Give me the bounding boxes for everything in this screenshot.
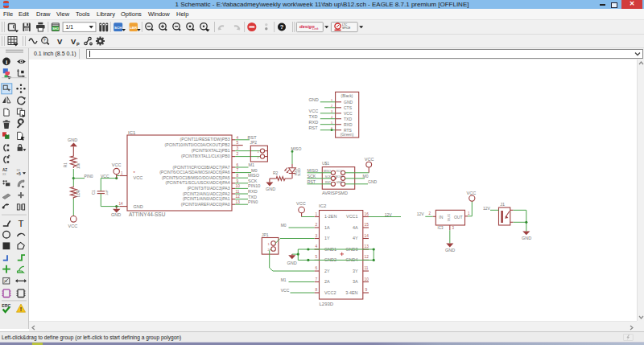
svg-text:VCC: VCC (101, 174, 109, 179)
svg-text:C1: C1 (92, 190, 96, 195)
svg-text:GND: GND (445, 248, 455, 253)
svg-text:RST: RST (325, 181, 332, 184)
svg-text:1Y: 1Y (324, 236, 330, 240)
svg-text:3: 3 (452, 226, 455, 230)
svg-text:CTS: CTS (344, 105, 353, 110)
svg-text:1-2EN: 1-2EN (324, 214, 336, 219)
svg-text:MISO: MISO (248, 173, 260, 178)
svg-text:LDR: LDR (76, 189, 80, 197)
svg-text:L293D: L293D (320, 302, 334, 306)
svg-text:10: 10 (236, 184, 241, 188)
svg-text:1: 1 (121, 171, 123, 175)
svg-text:5: 5 (237, 141, 239, 145)
svg-text:GND: GND (309, 97, 319, 102)
svg-text:1: 1 (468, 212, 470, 216)
svg-text:(PCINT1/AIN0/ADC1)PA1: (PCINT1/AIN0/ADC1)PA1 (183, 196, 230, 201)
svg-text:4: 4 (331, 116, 332, 119)
svg-text:IC2: IC2 (319, 203, 327, 208)
svg-text:VCC: VCC (365, 157, 374, 162)
svg-text:RST: RST (309, 125, 319, 130)
svg-text:7: 7 (316, 277, 318, 281)
svg-text:(PCINT2/AIN1/ADC2)PA2: (PCINT2/AIN1/ADC2)PA2 (183, 191, 230, 196)
svg-text:SCK: SCK (308, 174, 316, 179)
svg-text:2Y: 2Y (324, 269, 330, 273)
svg-text:3Y: 3Y (353, 269, 358, 273)
svg-text:14: 14 (119, 202, 124, 206)
svg-text:IC3: IC3 (438, 226, 444, 230)
svg-text:(PCINT10/INT0/OC0A/CKOUT)PB2: (PCINT10/INT0/OC0A/CKOUT)PB2 (165, 142, 230, 147)
svg-text:1A: 1A (324, 225, 330, 230)
svg-text:5LED: 5LED (297, 168, 301, 176)
svg-text:16: 16 (365, 212, 369, 216)
svg-text:1uF: 1uF (105, 190, 109, 195)
svg-text:GND: GND (134, 204, 143, 209)
svg-text:U$1: U$1 (322, 161, 329, 166)
svg-text:IC1: IC1 (128, 130, 136, 135)
svg-text:TXD: TXD (309, 114, 318, 119)
svg-text:TXD: TXD (344, 117, 352, 121)
svg-text:4Y: 4Y (353, 236, 358, 240)
svg-text:JP2: JP2 (250, 140, 258, 145)
svg-text:11: 11 (365, 266, 369, 270)
svg-text:(Green): (Green) (341, 133, 354, 137)
svg-text:3: 3 (237, 146, 239, 150)
svg-text:M1: M1 (281, 277, 287, 282)
svg-text:78L05: 78L05 (448, 214, 451, 222)
svg-text:9: 9 (237, 179, 239, 183)
svg-text:10k: 10k (76, 162, 80, 169)
svg-text:1: 1 (316, 212, 318, 216)
svg-text:(PCINT7/ICP/OC0B/ADC7)PA7: (PCINT7/ICP/OC0B/ADC7)PA7 (173, 165, 230, 170)
svg-text:M0: M0 (281, 223, 287, 228)
svg-text:RXD: RXD (344, 122, 353, 127)
svg-text:GND: GND (287, 261, 297, 265)
svg-text:(PCINT5/OC1B/MISO/DO/ADC5)PA5: (PCINT5/OC1B/MISO/DO/ADC5)PA5 (162, 175, 230, 180)
svg-text:3A: 3A (353, 279, 358, 284)
svg-text:2: 2 (316, 223, 318, 227)
svg-text:4: 4 (237, 136, 239, 140)
svg-text:8: 8 (316, 288, 318, 292)
svg-text:PIN0: PIN0 (248, 199, 258, 204)
svg-text:14: 14 (365, 234, 369, 238)
svg-text:12: 12 (236, 195, 241, 199)
svg-text:M1: M1 (249, 162, 255, 167)
svg-text:7: 7 (237, 168, 239, 172)
svg-text:(PCINT6/OC1A/SDA/MOSI/ADC6)PA6: (PCINT6/OC1A/SDA/MOSI/ADC6)PA6 (159, 170, 230, 175)
svg-text:VCC2: VCC2 (324, 290, 336, 295)
svg-text:GND: GND (68, 138, 77, 142)
svg-text:8: 8 (237, 174, 239, 178)
svg-text:13: 13 (236, 200, 241, 204)
svg-text:3-4EN: 3-4EN (345, 290, 357, 295)
svg-text:RST: RST (308, 179, 316, 184)
svg-text:MOSI: MOSI (336, 175, 343, 179)
svg-text:VCC: VCC (134, 175, 143, 180)
svg-text:11: 11 (236, 190, 240, 194)
svg-text:RXD: RXD (309, 120, 319, 125)
svg-text:GND: GND (266, 187, 275, 191)
svg-text:R2: R2 (273, 170, 279, 175)
svg-text:VCC: VCC (112, 162, 122, 167)
svg-text:VCC: VCC (336, 170, 343, 173)
svg-text:M0: M0 (251, 168, 258, 173)
svg-text:ATTINY44-SSU: ATTINY44-SSU (129, 212, 166, 217)
svg-text:3: 3 (331, 110, 332, 113)
svg-text:R1: R1 (64, 162, 68, 167)
svg-text:1: 1 (331, 99, 332, 102)
svg-text:M0: M0 (363, 174, 369, 179)
svg-text:GND: GND (336, 181, 343, 184)
svg-text:1: 1 (268, 242, 270, 246)
svg-text:4: 4 (316, 244, 318, 248)
svg-text:(PCINT4/T1/SCL/USCK/ADC4)PA4: (PCINT4/T1/SCL/USCK/ADC4)PA4 (165, 180, 229, 185)
svg-text:(PCINT11/RESET/DW)PB3: (PCINT11/RESET/DW)PB3 (180, 137, 230, 142)
svg-text:VCC: VCC (309, 109, 319, 113)
svg-text:RXD: RXD (248, 189, 258, 194)
svg-text:3: 3 (316, 234, 318, 238)
svg-text:(PCINT9/XTAL2)PB1: (PCINT9/XTAL2)PB1 (192, 148, 230, 153)
svg-text:VCC: VCC (344, 111, 353, 116)
svg-text:2: 2 (331, 105, 332, 108)
svg-text:6: 6 (237, 163, 239, 167)
svg-text:15: 15 (365, 223, 369, 227)
svg-text:2A: 2A (324, 279, 330, 284)
svg-text:12V: 12V (385, 212, 393, 217)
svg-text:(Black): (Black) (341, 94, 353, 98)
svg-text:IN: IN (439, 215, 443, 220)
